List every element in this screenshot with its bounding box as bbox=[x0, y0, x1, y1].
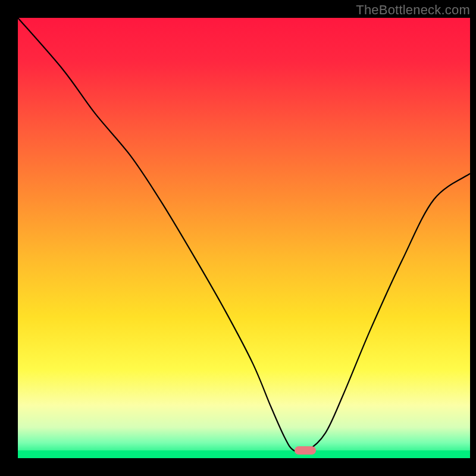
green-baseline-band bbox=[18, 450, 470, 458]
chart-svg bbox=[18, 18, 470, 458]
plot-area bbox=[18, 18, 470, 458]
gradient-background bbox=[18, 18, 470, 458]
chart-frame: TheBottleneck.com bbox=[0, 0, 476, 476]
watermark: TheBottleneck.com bbox=[356, 2, 470, 18]
